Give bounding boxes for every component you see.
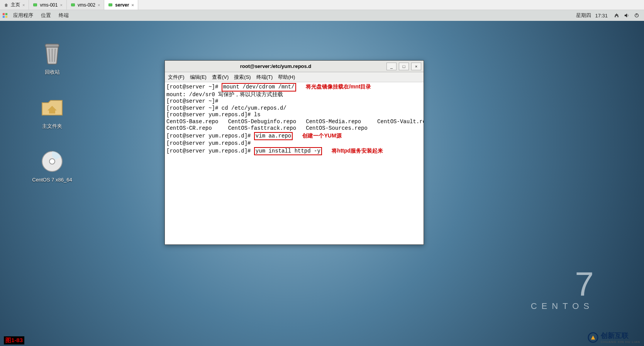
applications-icon [2, 13, 8, 18]
brand-seven: 7 [531, 267, 594, 301]
annotation-mount: 将光盘镜像挂载在/mnt目录 [306, 83, 371, 90]
highlighted-command: mount /dev/cdrom /mnt/ [222, 83, 296, 92]
close-icon[interactable]: × [98, 3, 100, 7]
figure-label: 图1-83 [4, 336, 24, 344]
trash-icon[interactable]: 回收站 [31, 41, 73, 76]
maximize-button[interactable]: □ [399, 63, 409, 70]
browser-tab-home[interactable]: 主页 × [0, 0, 29, 10]
svg-point-14 [49, 159, 55, 164]
menu-help[interactable]: 帮助(H) [278, 74, 295, 81]
highlighted-command: vim aa.repo [254, 132, 293, 141]
icon-label: CentOS 7 x86_64 [32, 177, 72, 183]
menu-search[interactable]: 搜索(S) [234, 74, 251, 81]
term-line: [root@server ~]# cd /etc/yum.repos.d/ [166, 105, 286, 111]
watermark: 创新互联 CHUANG XIN HU LIAN [588, 331, 640, 344]
brand-centos: CENTOS [531, 301, 594, 311]
term-line: [root@server ~]# [166, 98, 222, 104]
term-line: mount: /dev/sr0 写保护，将以只读方式挂载 [166, 92, 283, 98]
term-line: [root@server yum.repos.d]# ls [166, 112, 261, 118]
volume-icon[interactable] [624, 13, 629, 18]
home-folder-icon[interactable]: 主文件夹 [31, 95, 73, 130]
tab-label: vms-001 [40, 2, 58, 8]
tab-label: server [115, 2, 129, 8]
panel-time: 17:31 [595, 13, 612, 19]
annotation-yum: 将httpd服务安装起来 [332, 148, 383, 154]
tab-label: vms-002 [78, 2, 95, 8]
svg-rect-4 [5, 13, 7, 15]
term-line: [root@server yum.repos.d]# [166, 140, 254, 146]
svg-rect-0 [34, 3, 37, 6]
panel-apps[interactable]: 应用程序 [9, 12, 37, 19]
desktop: 应用程序 位置 终端 星期四 17:31 回收站 主文件夹 [0, 10, 644, 346]
browser-tab-server[interactable]: server × [104, 0, 138, 10]
minimize-button[interactable]: _ [386, 63, 397, 70]
vm-icon [71, 3, 75, 7]
window-menubar: 文件(F) 编辑(E) 查看(V) 搜索(S) 终端(T) 帮助(H) [165, 72, 424, 82]
svg-rect-5 [3, 16, 5, 18]
browser-tab-bar: 主页 × vms-001 × vms-002 × server × [0, 0, 644, 10]
power-icon[interactable] [634, 13, 639, 18]
menu-terminal[interactable]: 终端(T) [256, 74, 273, 81]
terminal-window: root@server:/etc/yum.repos.d _ □ × 文件(F)… [164, 60, 424, 245]
close-button[interactable]: × [411, 63, 421, 70]
terminal-body[interactable]: [root@server ~]# mount /dev/cdrom /mnt/ … [165, 82, 424, 244]
svg-rect-2 [109, 3, 112, 6]
panel-day: 星期四 [572, 12, 595, 19]
icon-label: 主文件夹 [42, 123, 62, 130]
tab-label: 主页 [11, 2, 20, 8]
svg-rect-6 [5, 16, 7, 18]
icon-label: 回收站 [45, 69, 60, 76]
home-icon [4, 3, 8, 7]
browser-tab-vms002[interactable]: vms-002 × [67, 0, 104, 10]
prompt: [root@server yum.repos.d]# [166, 148, 254, 154]
svg-rect-1 [71, 3, 75, 6]
window-titlebar[interactable]: root@server:/etc/yum.repos.d _ □ × [165, 61, 424, 72]
watermark-text: 创新互联 [601, 332, 629, 339]
network-icon[interactable] [614, 13, 619, 18]
menu-file[interactable]: 文件(F) [168, 74, 185, 81]
centos-brand: 7 CENTOS [531, 267, 594, 311]
desktop-icons: 回收站 主文件夹 CentOS 7 x86_64 [31, 41, 73, 183]
vm-icon [33, 3, 37, 7]
disc-icon[interactable]: CentOS 7 x86_64 [31, 149, 73, 183]
prompt: [root@server yum.repos.d]# [166, 133, 254, 139]
window-title: root@server:/etc/yum.repos.d [165, 63, 386, 69]
annotation-vim: 创建一个YUM源 [302, 132, 341, 139]
close-icon[interactable]: × [60, 3, 62, 7]
svg-rect-9 [45, 44, 59, 47]
menu-edit[interactable]: 编辑(E) [190, 74, 207, 81]
close-icon[interactable]: × [131, 3, 134, 7]
highlighted-command: yum install httpd -y [254, 147, 322, 156]
browser-tab-vms001[interactable]: vms-001 × [29, 0, 66, 10]
menu-view[interactable]: 查看(V) [212, 74, 229, 81]
panel-places[interactable]: 位置 [37, 12, 55, 19]
close-icon[interactable]: × [22, 3, 25, 7]
term-line: CentOS-CR.repo CentOS-fasttrack.repo Cen… [166, 125, 368, 131]
prompt: [root@server ~]# [166, 84, 222, 90]
panel-terminal[interactable]: 终端 [55, 12, 73, 19]
vm-icon [108, 3, 113, 7]
top-panel: 应用程序 位置 终端 星期四 17:31 [0, 10, 644, 21]
svg-rect-3 [3, 13, 5, 15]
watermark-sub: CHUANG XIN HU LIAN [601, 340, 640, 344]
term-line: CentOS-Base.repo CentOS-Debuginfo.repo C… [166, 119, 424, 125]
watermark-logo-icon [588, 332, 598, 343]
